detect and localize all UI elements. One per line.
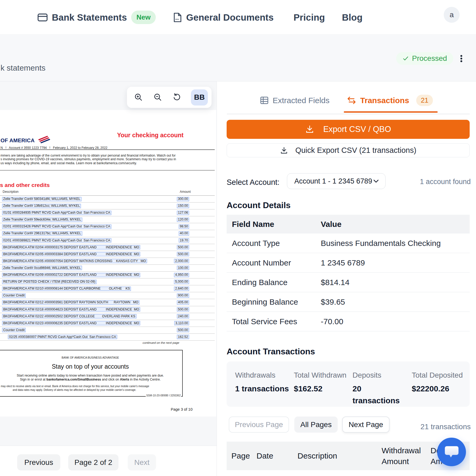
statement-row: 02/01 #000315426 PMNT RCVD Cash App*Cash… — [0, 223, 215, 230]
bb-button[interactable]: BB — [191, 89, 208, 106]
col-page: Page — [231, 442, 250, 470]
row-description[interactable]: 02/01 #000315426 PMNT RCVD Cash App*Cash… — [2, 225, 111, 229]
bofa-logo: OF AMERICA — [1, 138, 51, 144]
statement-page: Your checking account OF AMERICA N ! Acc… — [0, 110, 216, 416]
summary-withdrawals: Withdrawals 1 transactions — [235, 371, 292, 395]
zoom-out-button[interactable] — [153, 91, 163, 103]
row-amount[interactable]: 300.00 — [177, 197, 189, 201]
nav-label: General Documents — [186, 12, 274, 23]
row-description[interactable]: BKOFAMERICA ATM 02/10 #000008144 DEPOSIT… — [2, 287, 131, 291]
export-csv-qbo-button[interactable]: Export CSV / QBO — [227, 120, 470, 139]
row-amount[interactable]: 150.00 — [177, 204, 189, 208]
row-description[interactable]: Zelle Transfer Conf# 59edc634e; WILLIAMS… — [2, 218, 82, 222]
field-name: Beginning Balance — [227, 298, 321, 306]
row-amount[interactable]: 2,000.00 — [174, 259, 189, 263]
previous-page-button-panel[interactable]: Previous Page — [229, 416, 289, 433]
row-amount[interactable]: 2,640.00 — [174, 287, 189, 291]
statement-row: RETURN OF POSTED CHECK / ITEM (RECEIVED … — [0, 278, 215, 285]
accounts-found-label: 1 account found — [420, 178, 471, 186]
row-amount[interactable]: 3,110.00 — [174, 321, 189, 325]
row-description[interactable]: BKOFAMERICA ATM 02/04 #000003175 DEPOSIT… — [2, 245, 140, 249]
col-date: Date — [257, 442, 273, 470]
nav-pricing[interactable]: Pricing — [294, 0, 325, 35]
status-label: Processed — [412, 54, 447, 63]
row-description[interactable]: BKOFAMERICA ATM 02/18 #000004623 DEPOSIT… — [2, 307, 140, 312]
row-amount[interactable]: 5,000.00 — [174, 280, 189, 284]
col-amount: Amount — [180, 190, 191, 194]
row-amount[interactable]: 405.00 — [177, 300, 189, 305]
details-row: Beginning Balance $39.65 — [227, 292, 470, 312]
row-amount[interactable]: 40.00 — [179, 231, 189, 236]
row-amount[interactable]: 500.00 — [177, 252, 189, 256]
zoom-in-button[interactable] — [133, 91, 144, 103]
pdf-viewer: Your checking account OF AMERICA N ! Acc… — [0, 81, 217, 446]
row-description[interactable]: BKOFAMERICA ATM 02/22 #000002502 DEPOSIT… — [2, 314, 136, 318]
row-description[interactable]: 02/01 #000389821 PMNT RCVD Cash App*Cash… — [2, 238, 111, 242]
statement-row: Zelle Transfer Conf# 580341df4; WILLIAMS… — [0, 196, 215, 203]
row-amount[interactable]: 900.00 — [177, 294, 189, 298]
transactions-count-badge: 21 — [416, 95, 433, 106]
app: Bank Statements New General Documents Pr… — [0, 0, 476, 476]
row-description[interactable]: Zelle Transfer Conf# 580341df4; WILLIAMS… — [2, 197, 81, 201]
row-amount[interactable]: 500.00 — [177, 245, 189, 249]
row-amount[interactable]: 127.06 — [177, 211, 189, 215]
account-select[interactable]: Account 1 - 1 2345 6789 — [287, 173, 386, 189]
nav-bank-statements[interactable]: Bank Statements New — [38, 0, 156, 35]
row-amount[interactable]: 100.00 — [177, 266, 189, 270]
row-description[interactable]: 02/25 #000380007 PMNT RCVD Cash App*Cash… — [8, 335, 117, 339]
row-description[interactable]: Counter Credit — [2, 294, 26, 298]
details-row: Total Service Fees -70.00 — [227, 312, 470, 331]
row-description[interactable]: BKOFAMERICA ATM 02/05 #000003384 DEPOSIT… — [2, 252, 140, 256]
statement-row: BKOFAMERICA ATM 02/04 #000003175 DEPOSIT… — [0, 244, 215, 251]
row-amount[interactable]: 4,950.00 — [174, 273, 189, 277]
row-description[interactable]: Zelle Transfer Conf# 0ccd96946; WILLIAMS… — [2, 266, 82, 270]
row-description[interactable]: 01/31 #000284935 PMNT RCVD Cash App*Cash… — [2, 211, 111, 215]
row-amount[interactable]: 500.00 — [177, 307, 189, 312]
row-description[interactable]: BKOFAMERICA ATM 02/05 #000007054 DEPOSIT… — [2, 259, 147, 263]
table-icon — [260, 96, 269, 105]
field-name: Account Number — [227, 258, 321, 267]
nav-blog[interactable]: Blog — [342, 0, 363, 35]
row-amount[interactable]: 98.50 — [179, 225, 189, 229]
section-heading: s and other credits — [0, 182, 50, 188]
row-amount[interactable]: 240.00 — [177, 314, 189, 318]
rotate-button[interactable] — [172, 91, 182, 103]
more-menu-button[interactable] — [460, 55, 462, 66]
security-notice: mmers are taking advantage of the curren… — [1, 154, 176, 165]
nav-general-documents[interactable]: General Documents — [173, 0, 274, 35]
nav-label: Pricing — [294, 12, 325, 23]
ad-code: SSM-10-20-0899B I 3293362 — [146, 394, 181, 397]
row-description[interactable]: Zelle Transfer Conf# 13fb912cc; WILLIAMS… — [2, 204, 81, 208]
previous-page-button[interactable]: Previous — [17, 454, 60, 470]
active-tab-underline — [344, 111, 438, 113]
row-amount[interactable]: 500.00 — [177, 328, 189, 332]
col-description: Description — [298, 442, 337, 470]
all-pages-button[interactable]: All Pages — [294, 416, 338, 433]
bank-card-icon — [38, 13, 48, 21]
details-table: Account Type Business Fundamentals Check… — [227, 234, 470, 331]
quick-export-button[interactable]: Quick Export CSV (21 transactions) — [227, 143, 470, 157]
row-amount[interactable]: 120.00 — [177, 218, 189, 222]
continued-note: continued on the next page — [143, 341, 179, 344]
col-withdrawal-amount: WithdrawalAmount — [382, 442, 421, 470]
field-name: Ending Balance — [227, 278, 321, 287]
chat-widget-button[interactable] — [437, 438, 466, 466]
avatar[interactable]: a — [444, 7, 460, 23]
tab-transactions[interactable]: Transactions 21 — [347, 95, 433, 106]
statement-meta: N ! Account # 3550 1223 7794 ! February … — [1, 146, 107, 150]
next-page-button-panel[interactable]: Next Page — [342, 416, 390, 433]
statement-title: Your checking account — [117, 132, 184, 139]
row-description[interactable]: BKOFAMERICA ATM 02/23 #000006235 DEPOSIT… — [2, 321, 140, 325]
transactions-table-header: Page Date Description WithdrawalAmount D… — [227, 442, 470, 470]
row-amount[interactable]: 19.70 — [179, 238, 189, 242]
tab-extracted-fields[interactable]: Extracted Fields — [260, 96, 329, 105]
row-description[interactable]: Zelle Transfer Conf# 2961317bc; WILLIAMS… — [2, 231, 82, 236]
row-description[interactable]: RETURN OF POSTED CHECK / ITEM (RECEIVED … — [2, 280, 97, 284]
ad-eyebrow: BANK OF AMERICA BUSINESS ADVANTAGE — [0, 356, 182, 359]
row-amount[interactable]: 162.52 — [177, 335, 189, 339]
next-page-button[interactable]: Next — [128, 454, 156, 470]
row-description[interactable]: Counter Credit — [2, 328, 26, 332]
statement-row: BKOFAMERICA ATM 02/05 #000007054 DEPOSIT… — [0, 258, 215, 265]
row-description[interactable]: BKOFAMERICA ATM 02/12 #000003561 DEPOSIT… — [2, 300, 139, 305]
row-description[interactable]: BKOFAMERICA ATM 02/09 #000002722 DEPOSIT… — [2, 273, 140, 277]
